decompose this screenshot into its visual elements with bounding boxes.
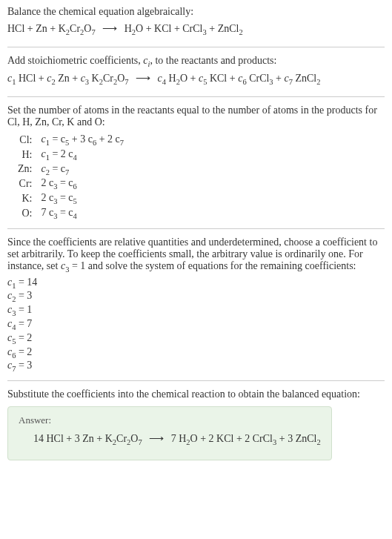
divider — [7, 47, 385, 47]
eq-part: H — [124, 23, 132, 34]
divider — [7, 228, 385, 229]
unbalanced-equation: HCl + Zn + K2Cr2O7 ⟶ H2O + KCl + CrCl3 +… — [7, 21, 385, 39]
subscript: 2 — [316, 438, 320, 446]
final-intro: Substitute the coefficients into the che… — [7, 388, 385, 400]
eq-part: CrCl — [247, 73, 270, 84]
eq-part: O — [84, 23, 91, 34]
list-item: c4 = 7 — [7, 318, 385, 331]
answer-box: Answer: 14 HCl + 3 Zn + K2Cr2O7 ⟶ 7 H2O … — [7, 406, 332, 460]
table-row: Cl: c1 = c5 + 3 c6 + 2 c7 — [13, 133, 128, 148]
atoms-intro: Set the number of atoms in the reactants… — [7, 105, 385, 128]
table-row: Cr: 2 c3 = c6 — [13, 176, 128, 191]
arrow-icon: ⟶ — [149, 431, 164, 447]
stoich-section: Add stoichiometric coefficients, ci, to … — [7, 55, 385, 89]
solve-text: Since the coefficients are relative quan… — [7, 237, 385, 274]
eq-part: KCl + — [207, 73, 238, 84]
subscript: 7 — [124, 78, 128, 86]
element-label: K: — [13, 191, 36, 206]
eq-part: 7 H — [171, 433, 187, 444]
answer-label: Answer: — [19, 414, 321, 426]
arrow-icon: ⟶ — [102, 21, 117, 37]
coefficient-list: c1 = 14 c2 = 3 c3 = 1 c4 = 7 c5 = 2 c6 =… — [7, 277, 385, 374]
element-label: Zn: — [13, 162, 36, 177]
stoich-text: Add stoichiometric coefficients, ci, to … — [7, 55, 385, 68]
subscript: 3 — [269, 78, 273, 86]
intro-section: Balance the chemical equation algebraica… — [7, 6, 385, 39]
list-item: c6 = 2 — [7, 346, 385, 360]
stoich-equation: c1 HCl + c2 Zn + c3 K2Cr2O7 ⟶ c4 H2O + c… — [7, 70, 385, 89]
eq-part: H — [166, 73, 176, 84]
eq-part: 14 HCl + 3 Zn + K — [33, 433, 113, 444]
element-label: O: — [13, 206, 36, 221]
list-item: c2 = 3 — [7, 290, 385, 303]
atom-equation: 2 c3 = c6 — [36, 176, 128, 191]
atom-equation: c1 = 2 c4 — [36, 148, 128, 162]
subscript: 7 — [138, 438, 142, 446]
table-row: H: c1 = 2 c4 — [13, 148, 128, 162]
eq-part: + 3 ZnCl — [276, 433, 316, 444]
text-part: , to the reactants and products: — [150, 55, 276, 66]
eq-part: O + — [180, 73, 199, 84]
list-item: c3 = 1 — [7, 304, 385, 317]
atom-equation: c2 = c7 — [36, 162, 128, 177]
divider — [7, 380, 385, 381]
atom-equation: c1 = c5 + 3 c6 + 2 c7 — [36, 133, 128, 148]
eq-part: Cr — [70, 23, 80, 34]
eq-part: HCl + Zn + K — [7, 23, 66, 34]
eq-part: O — [130, 433, 138, 444]
atom-equations-table: Cl: c1 = c5 + 3 c6 + 2 c7 H: c1 = 2 c4 Z… — [13, 133, 128, 221]
table-row: K: 2 c3 = c5 — [13, 191, 128, 206]
list-item: c1 = 14 — [7, 277, 385, 290]
final-section: Substitute the coefficients into the che… — [7, 388, 385, 460]
eq-part: O — [117, 73, 124, 84]
subscript: 2 — [239, 28, 242, 36]
element-label: Cl: — [13, 133, 36, 148]
eq-part: Cr — [103, 73, 113, 84]
balanced-equation: 14 HCl + 3 Zn + K2Cr2O7 ⟶ 7 H2O + 2 KCl … — [19, 431, 321, 449]
list-item: c5 = 2 — [7, 332, 385, 345]
solve-section: Since the coefficients are relative quan… — [7, 237, 385, 373]
eq-part: Cr — [116, 433, 127, 444]
eq-part: O + 2 KCl + 2 CrCl — [190, 433, 273, 444]
eq-part: + ZnCl — [207, 23, 239, 34]
subscript: 7 — [91, 28, 95, 36]
eq-part: O + KCl + CrCl — [136, 23, 202, 34]
table-row: Zn: c2 = c7 — [13, 162, 128, 177]
element-label: Cr: — [13, 176, 36, 191]
eq-part: ZnCl — [293, 73, 316, 84]
divider — [7, 96, 385, 97]
eq-part: K — [89, 73, 99, 84]
atom-equation: 7 c3 = c4 — [36, 206, 128, 221]
intro-text: Balance the chemical equation algebraica… — [7, 6, 385, 18]
eq-part: HCl + — [16, 73, 47, 84]
table-row: O: 7 c3 = c4 — [13, 206, 128, 221]
atom-equation: 2 c3 = c5 — [36, 191, 128, 206]
eq-part: Zn + — [56, 73, 81, 84]
text-part: = 1 and solve the system of equations fo… — [69, 260, 356, 271]
element-label: H: — [13, 148, 36, 162]
text-part: Add stoichiometric coefficients, — [7, 55, 143, 66]
list-item: c7 = 3 — [7, 360, 385, 373]
subscript: 2 — [316, 78, 320, 86]
arrow-icon: ⟶ — [136, 70, 150, 87]
atoms-section: Set the number of atoms in the reactants… — [7, 105, 385, 221]
